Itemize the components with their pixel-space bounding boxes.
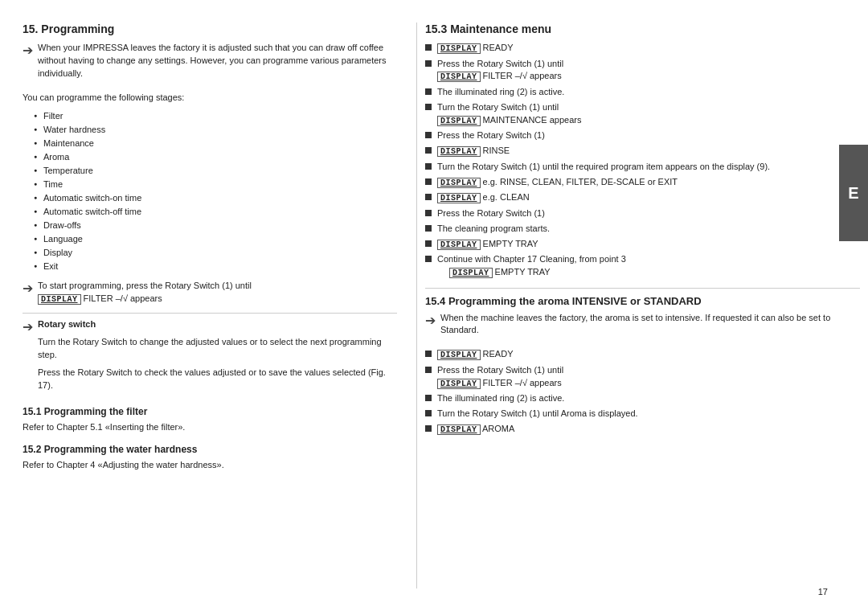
bullet-suffix: RINSE (483, 146, 510, 155)
bullet-suffix: AROMA (482, 424, 514, 433)
bullet-suffix: FILTER –/√ appears (483, 71, 562, 80)
section154-note: ➔ When the machine leaves the factory, t… (425, 312, 860, 342)
bullet-text: Press the Rotary Switch (1) (437, 208, 545, 218)
bullet-content: DISPLAY EMPTY TRAY (437, 238, 860, 252)
bullet-content: Turn the Rotary Switch (1) until DISPLAY… (437, 101, 860, 127)
bullet-square (425, 44, 432, 51)
indent-display: DISPLAY EMPTY TRAY (449, 266, 860, 280)
bullet-suffix: MAINTENANCE appears (483, 115, 582, 125)
bullet-square (425, 395, 432, 401)
bullet-square (425, 210, 432, 216)
bullet-text: Continue with Chapter 17 Cleaning, from … (437, 254, 626, 264)
display-tag: DISPLAY (437, 193, 481, 203)
list-item: Language (34, 232, 397, 246)
bullet-item: Turn the Rotary Switch (1) until the req… (425, 161, 860, 174)
bullet-text: Press the Rotary Switch (1) (437, 130, 545, 140)
rotary-title: Rotary switch (38, 319, 96, 329)
sidebar-tab: E (839, 145, 868, 241)
tab-label: E (848, 184, 858, 203)
display-tag: DISPLAY (437, 72, 481, 82)
bullet-content: Turn the Rotary Switch (1) until the req… (437, 161, 860, 174)
display-tag: DISPLAY (437, 178, 481, 188)
bullet-square (425, 178, 432, 185)
display-tag: DISPLAY (437, 146, 481, 157)
list-item: Aroma (34, 150, 397, 164)
list-item: Display (34, 246, 397, 260)
bullet-suffix: e.g. CLEAN (483, 192, 530, 202)
bullet-text: The illuminated ring (2) is active. (437, 393, 564, 403)
bullet-square (425, 104, 432, 110)
page: 15. Programming ➔ When your IMPRESSA lea… (0, 0, 868, 611)
stages-label: You can programme the following stages: (23, 92, 397, 105)
bullet-prefix: Press the Rotary Switch (1) until (437, 365, 563, 375)
bullet-item: Press the Rotary Switch (1) until DISPLA… (425, 364, 860, 390)
list-item: Exit (34, 260, 397, 273)
intro-note: ➔ When your IMPRESSA leaves the factory … (23, 42, 397, 85)
bullet-item: DISPLAY READY (425, 348, 860, 362)
display-tag: DISPLAY (437, 240, 481, 250)
list-item: Time (34, 178, 397, 191)
bullet-content: Press the Rotary Switch (1) (437, 207, 860, 220)
rotary-text: Rotary switch Turn the Rotary Switch to … (38, 318, 397, 397)
display-tag: DISPLAY (437, 350, 481, 360)
section152-title: 15.2 Programming the water hardness (23, 444, 397, 455)
bullet-content: DISPLAY READY (437, 42, 860, 55)
arrow-icon: ➔ (23, 43, 33, 58)
arrow-icon: ➔ (425, 313, 436, 328)
bullet-item: Continue with Chapter 17 Cleaning, from … (425, 253, 860, 279)
main-content: 15. Programming ➔ When your IMPRESSA lea… (0, 0, 868, 611)
bullet-content: DISPLAY e.g. CLEAN (437, 191, 860, 205)
bullet-square (425, 425, 432, 432)
bullet-suffix: e.g. RINSE, CLEAN, FILTER, DE-SCALE or E… (483, 177, 678, 187)
bullet-square (425, 194, 432, 200)
bullet-content: Turn the Rotary Switch (1) until Aroma i… (437, 408, 860, 420)
page-number: 17 (818, 587, 828, 597)
bullets-153: DISPLAY READY Press the Rotary Switch (1… (425, 42, 860, 280)
bullet-content: The cleaning program starts. (437, 223, 860, 236)
start-programming-note: ➔ To start programming, press the Rotary… (23, 280, 397, 306)
bullet-content: The illuminated ring (2) is active. (437, 86, 860, 99)
section152-text: Refer to Chapter 4 «Adjusting the water … (23, 459, 397, 472)
bullet-square (425, 132, 432, 138)
divider (425, 288, 860, 289)
bullet-text: Turn the Rotary Switch (1) until Aroma i… (437, 408, 638, 418)
rotary-line2: Press the Rotary Switch to check the val… (38, 367, 397, 392)
display-tag: DISPLAY (437, 379, 481, 389)
bullet-text: The cleaning program starts. (437, 223, 550, 233)
bullet-item: Press the Rotary Switch (1) (425, 129, 860, 142)
bullet-item: DISPLAY AROMA (425, 423, 860, 437)
bullet-content: The illuminated ring (2) is active. (437, 392, 860, 405)
bullet-content: DISPLAY READY (437, 348, 860, 362)
bullet-content: Press the Rotary Switch (1) (437, 129, 860, 142)
bullet-item: DISPLAY EMPTY TRAY (425, 238, 860, 252)
bullet-item: DISPLAY READY (425, 42, 860, 55)
bullet-content: Continue with Chapter 17 Cleaning, from … (437, 253, 860, 279)
arrow-icon: ➔ (23, 319, 33, 334)
bullet-prefix: Turn the Rotary Switch (1) until (437, 102, 559, 112)
bullet-square (425, 367, 432, 373)
list-item: Draw-offs (34, 219, 397, 232)
display-tag: DISPLAY (449, 268, 493, 278)
display-tag: DISPLAY (437, 424, 481, 435)
bullet-prefix: Press the Rotary Switch (1) until (437, 59, 563, 68)
bullet-content: Press the Rotary Switch (1) until DISPLA… (437, 58, 860, 84)
bullet-square (425, 147, 432, 154)
display-tag: DISPLAY (437, 116, 481, 126)
arrow-icon: ➔ (23, 281, 33, 296)
bullet-suffix: READY (483, 349, 514, 359)
bullet-content: DISPLAY RINSE (437, 145, 860, 158)
list-item: Automatic switch-off time (34, 205, 397, 219)
bullet-item: The illuminated ring (2) is active. (425, 392, 860, 405)
bullet-suffix: READY (483, 43, 514, 52)
bullet-item: DISPLAY e.g. RINSE, CLEAN, FILTER, DE-SC… (425, 176, 860, 190)
stages-list: Filter Water hardness Maintenance Aroma … (34, 109, 397, 274)
list-item: Water hardness (34, 123, 397, 137)
bullet-item: DISPLAY e.g. CLEAN (425, 191, 860, 205)
bullet-item: Turn the Rotary Switch (1) until Aroma i… (425, 408, 860, 420)
bullet-item: Press the Rotary Switch (1) (425, 207, 860, 220)
list-item: Filter (34, 109, 397, 123)
display-tag: DISPLAY (38, 294, 81, 305)
bullet-item: DISPLAY RINSE (425, 145, 860, 158)
bullet-item: Press the Rotary Switch (1) until DISPLA… (425, 58, 860, 84)
bullet-item: The cleaning program starts. (425, 223, 860, 236)
